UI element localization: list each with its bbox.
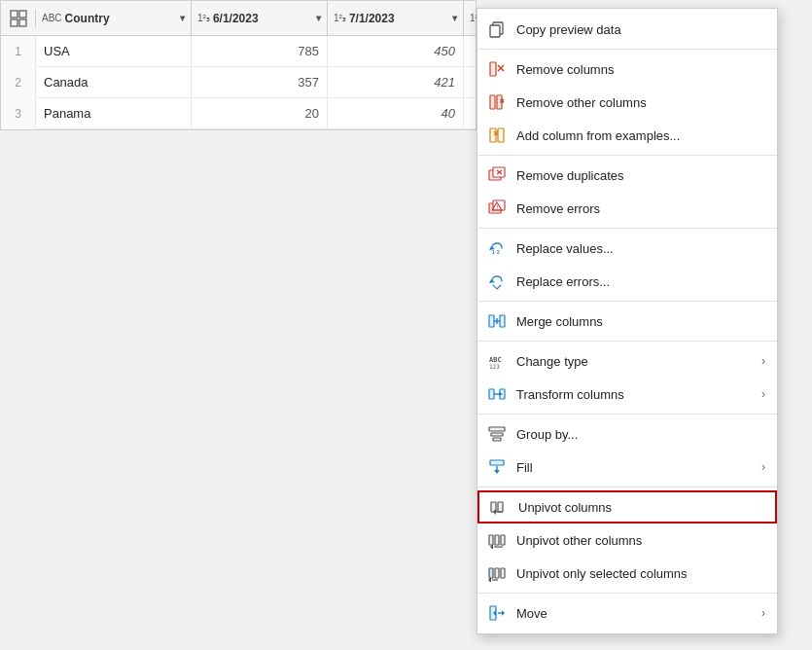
menu-item-unpivot-columns[interactable]: Unpivot columns: [477, 490, 777, 524]
menu-item-copy-preview[interactable]: Copy preview data: [477, 13, 777, 46]
type-icon-date1: 1²₃: [197, 13, 210, 23]
menu-item-transform-columns[interactable]: Transform columns ›: [477, 378, 777, 411]
table-row: 2 Canada 357 421: [1, 67, 476, 98]
replace-values-icon: 1 2: [485, 239, 509, 257]
add-column-icon: [485, 126, 509, 144]
remove-duplicates-icon: [485, 166, 509, 184]
change-type-icon: ABC 123: [485, 352, 509, 370]
menu-divider-3: [477, 228, 777, 229]
table-row: 1 USA 785 450: [1, 36, 476, 67]
row-num-1: 1: [1, 36, 36, 67]
menu-label-move: Move: [516, 606, 761, 621]
menu-label-remove-columns: Remove columns: [516, 62, 765, 77]
menu-item-group-by[interactable]: Group by...: [477, 417, 777, 451]
svg-rect-9: [490, 95, 495, 109]
row-date1-3: 20: [192, 98, 328, 129]
context-menu: Copy preview data Remove columns Remove …: [477, 8, 778, 634]
unpivot-other-columns-icon: [485, 531, 509, 549]
svg-rect-29: [500, 315, 505, 327]
svg-rect-3: [19, 19, 26, 26]
svg-rect-14: [498, 128, 504, 142]
move-arrow: ›: [761, 606, 765, 620]
menu-divider-5: [477, 341, 777, 342]
menu-divider-4: [477, 301, 777, 302]
move-icon: [485, 604, 509, 622]
col-dropdown-date1[interactable]: ▾: [316, 13, 321, 23]
menu-item-merge-columns[interactable]: Merge columns: [477, 305, 777, 338]
menu-item-unpivot-only-selected[interactable]: Unpivot only selected columns: [477, 557, 777, 590]
svg-rect-39: [491, 433, 503, 436]
svg-rect-34: [489, 389, 494, 399]
menu-item-remove-duplicates[interactable]: Remove duplicates: [477, 159, 777, 192]
menu-item-fill[interactable]: Fill ›: [477, 451, 777, 484]
svg-rect-54: [495, 568, 499, 578]
col-dropdown-country[interactable]: ▾: [180, 13, 185, 23]
menu-label-group-by: Group by...: [516, 427, 765, 442]
unpivot-columns-icon: [487, 498, 511, 516]
group-by-icon: [485, 425, 509, 443]
replace-errors-icon: [485, 272, 509, 290]
svg-rect-45: [498, 502, 503, 512]
transform-columns-icon: [485, 385, 509, 403]
menu-item-remove-errors[interactable]: ! Remove errors: [477, 192, 777, 225]
menu-item-replace-errors[interactable]: Replace errors...: [477, 265, 777, 298]
svg-rect-6: [490, 62, 496, 76]
col-name-country: Country: [65, 12, 176, 25]
menu-label-unpivot-columns: Unpivot columns: [518, 500, 763, 515]
menu-label-transform-columns: Transform columns: [516, 387, 761, 402]
data-table: ABC Country ▾ 1²₃ 6/1/2023 ▾ 1²₃ 7/1/202…: [0, 0, 477, 130]
col-header-date1[interactable]: 1²₃ 6/1/2023 ▾: [192, 1, 328, 36]
col-header-date2[interactable]: 1²₃ 7/1/2023 ▾: [328, 1, 464, 36]
row-country-2: Canada: [36, 67, 192, 98]
menu-item-replace-values[interactable]: 1 2 Replace values...: [477, 232, 777, 265]
remove-errors-icon: !: [485, 199, 509, 217]
table-header: ABC Country ▾ 1²₃ 6/1/2023 ▾ 1²₃ 7/1/202…: [1, 1, 476, 36]
unpivot-only-selected-icon: [485, 564, 509, 582]
menu-item-remove-other-columns[interactable]: Remove other columns: [477, 86, 777, 119]
col-dropdown-date2[interactable]: ▾: [452, 13, 457, 23]
menu-label-replace-errors: Replace errors...: [516, 274, 765, 289]
menu-item-add-column-examples[interactable]: Add column from examples...: [477, 119, 777, 152]
menu-divider-8: [477, 593, 777, 594]
fill-icon: [485, 458, 509, 476]
svg-rect-2: [11, 19, 18, 26]
col-header-country[interactable]: ABC Country ▾: [36, 1, 192, 36]
svg-rect-38: [489, 427, 505, 431]
row-country-1: USA: [36, 36, 192, 67]
menu-label-replace-values: Replace values...: [516, 241, 765, 256]
menu-label-remove-duplicates: Remove duplicates: [516, 168, 765, 183]
menu-item-unpivot-other-columns[interactable]: Unpivot other columns: [477, 524, 777, 557]
menu-label-remove-errors: Remove errors: [516, 201, 765, 216]
menu-label-fill: Fill: [516, 460, 761, 475]
menu-item-change-type[interactable]: ABC 123 Change type ›: [477, 344, 777, 378]
menu-label-unpivot-only-selected: Unpivot only selected columns: [516, 566, 765, 581]
svg-text:1: 1: [492, 249, 495, 255]
menu-item-move[interactable]: Move ›: [477, 596, 777, 630]
svg-marker-43: [494, 470, 500, 474]
svg-rect-0: [11, 11, 18, 18]
row-date1-2: 357: [192, 67, 328, 98]
svg-rect-41: [490, 460, 504, 465]
row-date2-3: 40: [328, 98, 464, 129]
menu-item-remove-columns[interactable]: Remove columns: [477, 53, 777, 86]
menu-divider-2: [477, 155, 777, 156]
svg-rect-49: [495, 535, 499, 545]
menu-label-copy-preview: Copy preview data: [516, 22, 765, 37]
svg-rect-5: [490, 25, 500, 37]
svg-marker-60: [502, 610, 505, 616]
col-name-date1: 6/1/2023: [213, 12, 312, 25]
svg-text:2: 2: [497, 249, 500, 255]
table-grid-icon[interactable]: [1, 10, 36, 27]
menu-divider-1: [477, 49, 777, 50]
svg-text:123: 123: [489, 363, 500, 370]
menu-label-merge-columns: Merge columns: [516, 314, 765, 329]
menu-label-change-type: Change type: [516, 354, 761, 369]
fill-arrow: ›: [761, 460, 765, 474]
copy-icon: [485, 20, 509, 38]
menu-divider-7: [477, 487, 777, 488]
type-icon-date2: 1²₃: [334, 13, 346, 23]
svg-rect-13: [490, 128, 496, 142]
transform-columns-arrow: ›: [761, 387, 765, 401]
table-body: 1 USA 785 450 2 Canada 357 421 3 Panama …: [1, 36, 476, 129]
row-num-3: 3: [1, 98, 36, 129]
